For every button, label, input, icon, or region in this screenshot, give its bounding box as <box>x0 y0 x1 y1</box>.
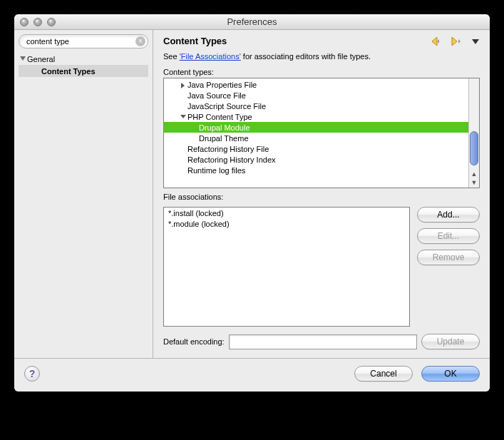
content-type-label: Refactoring History Index <box>186 155 276 164</box>
content-type-row[interactable]: Refactoring History Index <box>164 154 479 165</box>
preferences-window: Preferences × General Content Types Cont <box>14 14 490 392</box>
file-associations-section: *.install (locked)*.module (locked) Add.… <box>163 207 480 327</box>
footer: ? Cancel OK <box>14 358 490 392</box>
scroll-down-icon[interactable]: ▼ <box>470 179 478 188</box>
default-encoding-input[interactable] <box>229 334 417 349</box>
search-wrap: × <box>19 34 148 48</box>
intro-prefix: See <box>163 52 180 61</box>
edit-button[interactable]: Edit... <box>417 228 480 244</box>
sidebar-item-general[interactable]: General <box>19 53 148 65</box>
content-types-tree[interactable]: Java Properties FileJava Source FileJava… <box>163 78 480 188</box>
help-icon[interactable]: ? <box>24 366 40 382</box>
clear-search-icon[interactable]: × <box>135 36 145 46</box>
remove-button[interactable]: Remove <box>417 250 480 265</box>
content-type-row[interactable]: JavaScript Source File <box>164 101 479 111</box>
file-associations-link[interactable]: 'File Associations' <box>180 52 241 61</box>
titlebar[interactable]: Preferences <box>14 14 490 30</box>
sidebar-item-label: Content Types <box>41 67 96 76</box>
main-header: Content Types <box>163 36 480 46</box>
content-type-label: Java Properties File <box>186 81 257 89</box>
content-type-row[interactable]: Java Source File <box>164 90 479 101</box>
chevron-down-icon[interactable] <box>180 113 186 121</box>
back-icon[interactable] <box>431 36 447 46</box>
intro-text: See 'File Associations' for associating … <box>163 52 480 61</box>
content-type-label: Drupal Module <box>197 123 250 132</box>
update-button[interactable]: Update <box>421 334 480 349</box>
default-encoding-label: Default encoding: <box>163 337 225 346</box>
content-type-label: Drupal Theme <box>197 134 249 143</box>
chevron-right-icon[interactable] <box>180 81 186 89</box>
content-types-label: Content types: <box>163 68 480 76</box>
search-input[interactable] <box>19 34 148 48</box>
minimize-icon[interactable] <box>34 18 42 26</box>
window-title: Preferences <box>14 16 490 27</box>
intro-suffix: for associating editors with file types. <box>241 52 371 61</box>
content-type-label: PHP Content Type <box>186 113 252 121</box>
menu-icon[interactable] <box>471 37 480 46</box>
file-association-item[interactable]: *.module (locked) <box>164 219 409 230</box>
sidebar-item-label: General <box>27 55 55 63</box>
file-associations-wrap: *.install (locked)*.module (locked) <box>163 207 410 327</box>
content-type-row[interactable]: PHP Content Type <box>164 111 479 122</box>
content-type-label: Refactoring History File <box>186 145 269 153</box>
content-type-row[interactable]: Drupal Module <box>164 122 479 133</box>
content-type-row[interactable]: Drupal Theme <box>164 133 479 143</box>
sidebar-item-content-types[interactable]: Content Types <box>19 65 148 77</box>
association-buttons: Add... Edit... Remove <box>417 207 480 327</box>
content-type-row[interactable]: Runtime log files <box>164 165 479 175</box>
forward-icon[interactable] <box>451 36 467 46</box>
chevron-down-icon <box>20 56 26 62</box>
content-type-row[interactable]: Java Properties File <box>164 79 479 90</box>
scroll-up-icon[interactable]: ▲ <box>470 170 478 179</box>
sidebar-tree: General Content Types <box>19 53 148 77</box>
page-title: Content Types <box>163 36 431 46</box>
close-icon[interactable] <box>20 18 29 26</box>
content-type-label: JavaScript Source File <box>186 102 266 111</box>
zoom-icon[interactable] <box>47 18 56 26</box>
scrollbar[interactable]: ▲ ▼ <box>468 78 479 188</box>
dialog-body: × General Content Types Content Types <box>14 30 490 358</box>
sidebar: × General Content Types <box>14 30 153 358</box>
ok-button[interactable]: OK <box>421 366 480 382</box>
file-associations-list[interactable]: *.install (locked)*.module (locked) <box>163 207 410 327</box>
file-associations-label: File associations: <box>163 193 480 201</box>
content-type-row[interactable]: Refactoring History File <box>164 143 479 154</box>
main-panel: Content Types See 'File Associations' fo… <box>153 30 490 358</box>
add-button[interactable]: Add... <box>417 207 480 222</box>
content-type-label: Java Source File <box>186 91 246 100</box>
scrollbar-thumb[interactable] <box>470 131 478 165</box>
window-controls <box>20 18 56 26</box>
file-association-item[interactable]: *.install (locked) <box>164 208 409 219</box>
cancel-button[interactable]: Cancel <box>354 366 413 382</box>
encoding-row: Default encoding: Update <box>163 334 480 349</box>
content-type-label: Runtime log files <box>186 166 245 175</box>
nav-arrows <box>431 36 480 46</box>
